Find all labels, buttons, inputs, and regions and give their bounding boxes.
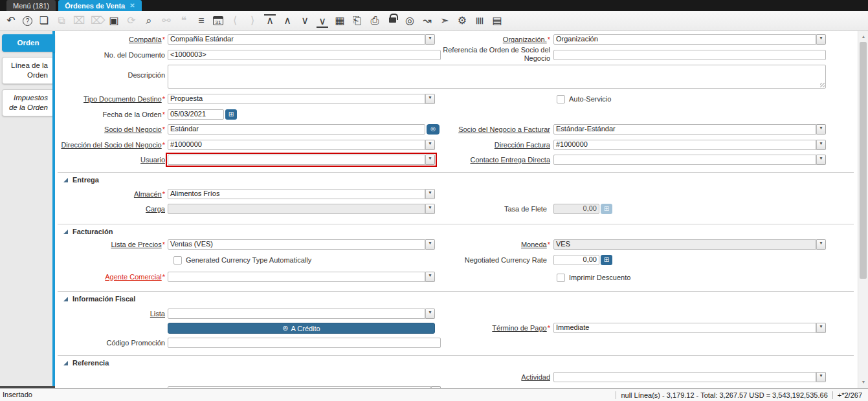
actividad-label[interactable]: Actividad: [437, 372, 550, 382]
contacto-entrega-label[interactable]: Contacto Entrega Directa: [437, 155, 550, 165]
help-icon[interactable]: ?: [23, 16, 32, 26]
lista-precios-select[interactable]: Ventas (VES): [168, 239, 435, 250]
vertical-scrollbar[interactable]: ▲ ▼: [858, 31, 868, 388]
direccion-socio-value[interactable]: #1000000: [168, 140, 425, 150]
referencia-orden-input[interactable]: [553, 50, 826, 60]
a-credito-button[interactable]: ⊚ A Crédito: [168, 323, 435, 334]
tab-ordenes-de-venta[interactable]: Órdenes de Venta ✕: [58, 0, 141, 11]
collapse-icon[interactable]: [63, 178, 68, 182]
organizacion-select[interactable]: Organización: [553, 34, 826, 45]
dropdown-arrow-icon[interactable]: [816, 239, 826, 250]
print-icon[interactable]: ⎙: [369, 12, 381, 29]
tab-menu[interactable]: Menú (181): [6, 0, 56, 11]
contacto-entrega-value[interactable]: [553, 155, 816, 165]
grid-toggle-icon[interactable]: ≡: [195, 12, 207, 29]
scroll-up-icon[interactable]: ▲: [858, 32, 868, 41]
collapse-icon[interactable]: [63, 230, 68, 234]
lista-value[interactable]: [168, 309, 425, 319]
organizacion-value[interactable]: Organización: [553, 34, 816, 45]
organizacion-label[interactable]: Organización.*: [437, 34, 550, 45]
lista-precios-value[interactable]: Ventas (VES): [168, 239, 425, 250]
agente-comercial-value[interactable]: [168, 272, 425, 282]
negotiated-rate-input[interactable]: 0,00: [553, 255, 599, 265]
dropdown-arrow-icon[interactable]: [425, 155, 435, 165]
almacen-value[interactable]: Alimentos Fríos: [168, 189, 425, 199]
moneda-label[interactable]: Moneda*: [437, 239, 550, 250]
descripcion-textarea[interactable]: [168, 65, 826, 89]
calendar-picker-button[interactable]: ⊞: [225, 109, 237, 120]
section-referencia-header[interactable]: Referencia: [63, 358, 109, 367]
sidebar-tab-impuestos-de-la-orden[interactable]: Impuestos de la Orden: [2, 89, 52, 116]
dropdown-arrow-icon[interactable]: [816, 34, 826, 45]
zoom-across-icon[interactable]: ◎: [404, 12, 416, 29]
lista-select[interactable]: [168, 309, 435, 319]
dropdown-arrow-icon[interactable]: [425, 140, 435, 150]
usuario-value[interactable]: [168, 155, 425, 165]
dropdown-arrow-icon[interactable]: [816, 372, 826, 382]
dropdown-arrow-icon[interactable]: [816, 140, 826, 150]
generated-currency-checkbox[interactable]: [173, 256, 182, 265]
compania-value[interactable]: Compañía Estándar: [168, 34, 425, 45]
find-icon[interactable]: ⌕: [143, 12, 155, 29]
archive-icon[interactable]: ⎗: [351, 12, 363, 29]
direccion-socio-select[interactable]: #1000000: [168, 140, 435, 150]
dropdown-arrow-icon[interactable]: [425, 34, 435, 45]
dropdown-arrow-icon[interactable]: [425, 239, 435, 250]
socio-facturar-label[interactable]: Socio del Negocio a Facturar: [437, 124, 550, 135]
direccion-factura-select[interactable]: #1000000: [553, 140, 826, 150]
calendar-icon[interactable]: 31: [213, 16, 223, 25]
imprimir-descuento-checkbox[interactable]: [557, 274, 565, 282]
lista-label[interactable]: Lista: [60, 309, 165, 319]
auto-servicio-checkbox[interactable]: [557, 95, 565, 103]
collapse-icon[interactable]: [63, 297, 68, 301]
sidebar-tab-orden[interactable]: Orden: [2, 34, 55, 52]
direccion-socio-label[interactable]: Dirección del Socio del Negocio*: [60, 140, 165, 150]
lista-precios-label[interactable]: Lista de Precios*: [60, 239, 165, 250]
dropdown-arrow-icon[interactable]: [425, 94, 435, 104]
socio-facturar-value[interactable]: Estándar-Estándar: [553, 124, 816, 135]
dropdown-arrow-icon[interactable]: [816, 124, 826, 135]
undo-icon[interactable]: ↶: [5, 12, 17, 29]
dropdown-arrow-icon[interactable]: [816, 155, 826, 165]
previous-record-icon[interactable]: ∧: [282, 12, 293, 29]
section-info-fiscal-header[interactable]: Información Fiscal: [63, 294, 135, 303]
actividad-select[interactable]: [553, 372, 826, 382]
compania-label[interactable]: Compañía*: [60, 34, 165, 45]
scroll-down-icon[interactable]: ▼: [858, 378, 868, 387]
dropdown-arrow-icon[interactable]: [425, 309, 435, 319]
termino-pago-label[interactable]: Término de Pago*: [437, 323, 550, 333]
almacen-label[interactable]: Almacén*: [60, 189, 165, 199]
scrollbar-thumb[interactable]: [860, 42, 867, 279]
sidebar-tab-linea-de-la-orden[interactable]: Línea de la Orden: [2, 57, 52, 84]
agente-comercial-select[interactable]: [168, 272, 435, 282]
no-documento-input[interactable]: <1000003>: [168, 50, 441, 60]
dropdown-arrow-icon[interactable]: [816, 323, 826, 333]
next-record-icon[interactable]: ∨: [299, 12, 311, 29]
usuario-select[interactable]: [168, 155, 435, 165]
usuario-label[interactable]: Usuario: [60, 155, 165, 165]
moneda-value[interactable]: VES: [553, 239, 816, 250]
calculator-button[interactable]: ⊞: [601, 255, 612, 265]
direccion-factura-label[interactable]: Dirección Factura: [437, 140, 550, 150]
socio-facturar-select[interactable]: Estándar-Estándar: [553, 124, 826, 135]
agente-comercial-label[interactable]: Agente Comercial*: [60, 272, 165, 282]
new-record-icon[interactable]: ❏: [38, 12, 50, 29]
section-facturacion-header[interactable]: Facturación: [63, 227, 113, 236]
almacen-select[interactable]: Alimentos Fríos: [168, 189, 435, 199]
moneda-select[interactable]: VES: [553, 239, 826, 250]
fecha-orden-input[interactable]: 05/03/2021: [168, 109, 224, 120]
parent-record-icon[interactable]: ∧: [264, 14, 276, 27]
window-report-icon[interactable]: ▤: [491, 12, 503, 29]
termino-pago-value[interactable]: Immediate: [553, 323, 816, 333]
socio-negocio-label[interactable]: Socio del Negocio*: [60, 124, 165, 135]
codigo-promocion-input[interactable]: [168, 338, 441, 348]
tipo-documento-value[interactable]: Propuesta: [168, 94, 425, 104]
tipo-documento-label[interactable]: Tipo Documento Destino*: [60, 94, 165, 104]
dropdown-arrow-icon[interactable]: [425, 272, 435, 282]
send-mail-icon[interactable]: ➣: [439, 12, 451, 29]
product-info-icon[interactable]: ≣: [471, 15, 488, 27]
socio-negocio-input[interactable]: Estándar: [168, 124, 425, 135]
termino-pago-select[interactable]: Immediate: [553, 323, 826, 333]
contacto-entrega-select[interactable]: [553, 155, 826, 165]
preference-icon[interactable]: ⚙: [456, 12, 468, 29]
